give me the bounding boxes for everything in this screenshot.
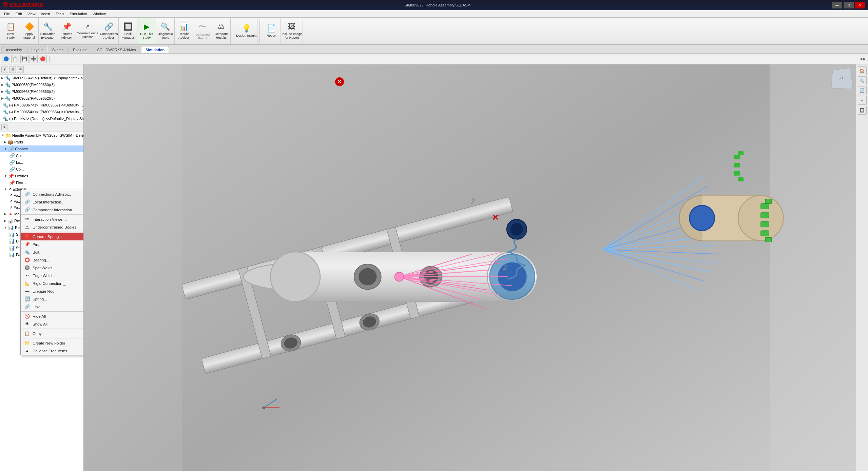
rt-btn-2[interactable]: 🔍 xyxy=(858,76,867,85)
cm-show-all[interactable]: 👁 Show All xyxy=(21,320,84,328)
menu-view[interactable]: View xyxy=(25,11,38,17)
cm-rigid-connection[interactable]: 📐 Rigid Connection _ xyxy=(21,279,84,287)
menubar: File Edit View Insert Tools Simulation W… xyxy=(0,10,868,18)
cm-general-spring[interactable]: 🔴 General Spring... xyxy=(21,233,84,240)
ribbon-external-loads-advisor[interactable]: ↗ External LoadsAdvisor xyxy=(76,18,99,44)
rt-btn-1[interactable]: 🏠 xyxy=(858,66,867,75)
cm-spring[interactable]: 🔄 Spring... xyxy=(21,295,84,303)
expand-arrow: ▼ xyxy=(4,226,7,229)
tree-parts[interactable]: ▶ 📦 Parts xyxy=(0,139,83,145)
tree-item-sim634[interactable]: ▶ 🔩 SIM009634<1> (Default) <Display Stat… xyxy=(0,75,83,81)
tree-connections[interactable]: ▼ 🔗 Connec... xyxy=(0,145,83,152)
tree-handle-assy[interactable]: ▼ 📁 Handle Assembly_WN2025_SWSIM (-Defau… xyxy=(0,132,83,139)
cm-separator-5 xyxy=(21,338,84,338)
tree-fixtures[interactable]: ▼ 📌 Fixtures xyxy=(0,173,83,179)
tree-item-pm630[interactable]: ▶ 🔩 PM009630(PM009630)(3) xyxy=(0,81,83,88)
cm-bolt[interactable]: 🔩 Bolt... xyxy=(21,248,84,256)
ribbon-shell-manager[interactable]: 🔲 ShellManager xyxy=(119,18,137,44)
cm-spot-welds[interactable]: 🔘 Spot Welds... xyxy=(21,264,84,272)
window-title: SIM009629_Handle Assembly.SLDASM xyxy=(43,3,832,7)
tree-local-int[interactable]: 🔗 Lo... xyxy=(0,159,83,166)
maximize-button[interactable]: □ xyxy=(844,2,854,8)
cm-underconstrained-bodies[interactable]: ⚠ Underconstrained Bodies... xyxy=(21,223,84,231)
cm-component-interaction[interactable]: 🔗 Component Interaction... xyxy=(21,206,84,214)
tab-evaluate[interactable]: Evaluate xyxy=(69,46,92,53)
minimize-button[interactable]: — xyxy=(832,2,842,8)
tab-sketch[interactable]: Sketch xyxy=(48,46,68,53)
toolbar-icon-5[interactable]: 🔴 xyxy=(39,55,47,63)
ribbon-deformed-result[interactable]: 〜 DeformedResult xyxy=(193,18,212,44)
include-image-label: Include Imagefor Report xyxy=(282,32,302,40)
ribbon-design-insight[interactable]: 💡 Design Insight xyxy=(235,18,257,44)
tree-config-btn[interactable]: ⚙ xyxy=(9,66,16,73)
menu-insert[interactable]: Insert xyxy=(38,11,53,17)
tab-simulation[interactable]: Simulation xyxy=(141,46,169,53)
toolbar-icon-1[interactable]: 🔵 xyxy=(2,55,10,63)
svg-rect-60 xyxy=(734,171,740,175)
cm-item-label: Link... xyxy=(33,305,43,309)
cm-local-interaction[interactable]: 🔗 Local Interaction... xyxy=(21,198,84,206)
toolbar-icon-3[interactable]: 💾 xyxy=(20,55,28,63)
cm-copy[interactable]: 📋 Copy xyxy=(21,330,84,337)
tree-icon: 📊 xyxy=(9,238,15,244)
ribbon-apply-material[interactable]: 🔶 ApplyMaterial xyxy=(20,18,39,44)
rigid-connection-icon: 📐 xyxy=(24,281,30,286)
cm-edge-weld[interactable]: 〰 Edge Weld... xyxy=(21,272,84,279)
cm-collapse-tree-items[interactable]: ▲ Collapse Tree Items xyxy=(21,347,84,355)
close-button[interactable]: ✕ xyxy=(855,2,865,8)
ribbon-fixtures-advisor[interactable]: 📌 FixturesAdvisor xyxy=(57,18,76,44)
expand-btn[interactable]: ▶▶ xyxy=(861,57,866,61)
menu-edit[interactable]: Edit xyxy=(13,11,25,17)
tree-conn-1[interactable]: 🔗 Co... xyxy=(0,152,83,159)
tab-solidworks-addins[interactable]: SOLIDWORKS Add-Ins xyxy=(93,46,140,53)
cm-interaction-viewer[interactable]: 👁 Interaction Viewer... xyxy=(21,215,84,223)
menu-window[interactable]: Window xyxy=(90,11,109,17)
toolbar-icon-4[interactable]: ➕ xyxy=(30,55,38,63)
tree-item-label: Fo... xyxy=(14,199,21,203)
tab-layout[interactable]: Layout xyxy=(27,46,47,53)
fixtures-advisor-icon: 📌 xyxy=(62,22,71,31)
tree-item-part4[interactable]: 🔩 (-) Part4<1> (Default) <<Default>_Disp… xyxy=(0,115,83,122)
ribbon-include-image[interactable]: 🖼 Include Imagefor Report xyxy=(281,18,303,44)
tree-icon: 📊 xyxy=(9,232,15,237)
ribbon-run-study[interactable]: ▶ Run ThisStudy xyxy=(137,18,156,44)
tree-item-pm654[interactable]: 🔩 (-) PM009654<1> (PM009654) <<Default>_… xyxy=(0,109,83,115)
cm-bearing[interactable]: ⭕ Bearing... xyxy=(21,256,84,264)
tree-view-btn[interactable]: 👁 xyxy=(17,66,24,73)
view-cube[interactable]: 3D xyxy=(831,67,853,89)
cm-hide-all[interactable]: 🚫 Hide All xyxy=(21,312,84,320)
menu-simulation[interactable]: Simulation xyxy=(67,11,90,17)
menu-tools[interactable]: Tools xyxy=(53,11,67,17)
sim-filter-btn[interactable]: ▼ xyxy=(1,124,7,130)
cm-link[interactable]: 🔗 Link... xyxy=(21,303,84,311)
tree-comp-int[interactable]: 🔗 Co... xyxy=(0,166,83,173)
rt-btn-4[interactable]: ↔ xyxy=(858,96,867,105)
tree-fix-1[interactable]: 📌 Fixe... xyxy=(0,179,83,186)
ribbon-results-advisor[interactable]: 📊 ResultsAdvisor xyxy=(175,18,193,44)
tree-item-pm367[interactable]: 🔩 (-) PM009367<1> (PM009367) <<Default>_… xyxy=(0,102,83,109)
svg-rect-50 xyxy=(761,203,769,209)
tab-assembly[interactable]: Assembly xyxy=(1,46,26,53)
ribbon-compare-results[interactable]: ⚖ CompareResults xyxy=(212,18,231,44)
tree-item-pm663[interactable]: ▶ 🔩 PM009663(PM009663)(2) xyxy=(0,88,83,95)
tree-item-pm652[interactable]: ▶ 🔩 PM009652(PM009652)(3) xyxy=(0,95,83,102)
menu-file[interactable]: File xyxy=(1,11,13,17)
red-x-button[interactable]: ✕ xyxy=(335,77,344,86)
tree-filter-btn[interactable]: ▼ xyxy=(1,66,8,73)
ribbon-simulation-evaluator[interactable]: 🔧 SimulationEvaluator xyxy=(39,18,57,44)
ribbon-report[interactable]: 📄 Report xyxy=(262,18,281,44)
tree-icon: 📊 xyxy=(9,245,15,251)
rt-btn-3[interactable]: 🔄 xyxy=(858,86,867,95)
diagnostic-tools-icon: 🔍 xyxy=(161,22,170,31)
cm-linkage-rod[interactable]: — Linkage Rod... xyxy=(21,287,84,295)
ribbon-connections-advisor[interactable]: 🔗 ConnectionsAdvisor xyxy=(99,18,119,44)
cm-pin[interactable]: 📌 Pin... xyxy=(21,240,84,248)
toolbar-icon-2[interactable]: 📋 xyxy=(11,55,19,63)
viewport[interactable]: ✕ xyxy=(84,64,868,471)
cm-connections-advisor[interactable]: 🔗 Connections Advisor... xyxy=(21,190,84,198)
rt-btn-5[interactable]: 🔲 xyxy=(858,106,867,115)
connections-advisor-label: ConnectionsAdvisor xyxy=(100,32,118,40)
ribbon-new-study[interactable]: 📋 NewStudy xyxy=(1,18,20,44)
cm-create-new-folder[interactable]: 📁 Create New Folder xyxy=(21,339,84,347)
ribbon-diagnostic-tools[interactable]: 🔍 DiagnosticTools xyxy=(156,18,175,44)
